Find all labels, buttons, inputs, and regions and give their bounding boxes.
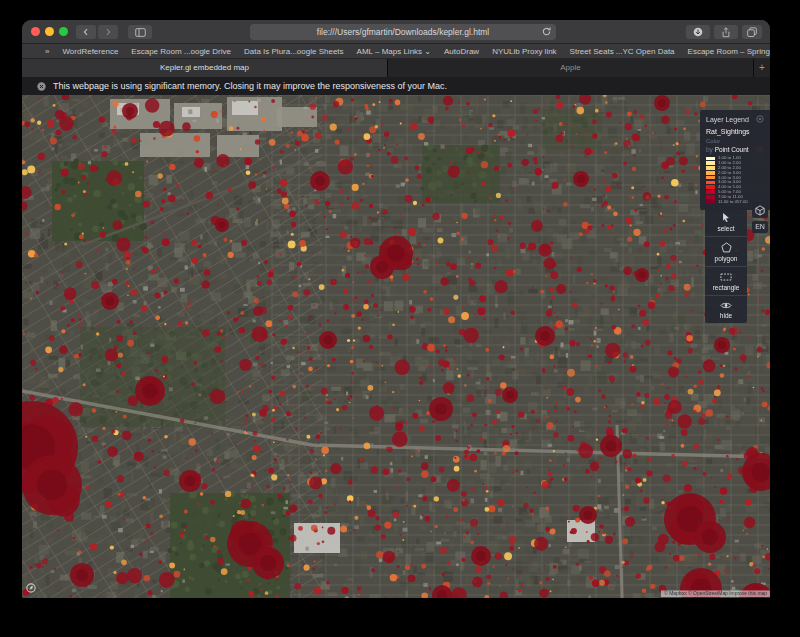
address-bar[interactable]: file:///Users/gfmartin/Downloads/kepler.…: [250, 24, 556, 40]
downloads-button[interactable]: [686, 25, 710, 39]
forward-button[interactable]: [98, 25, 118, 39]
tab-apple[interactable]: Apple: [388, 59, 754, 77]
draw-tools-panel: select polygon rectangle hide: [705, 207, 747, 323]
legend-range-label: 4.00 to 5.00: [718, 185, 741, 189]
eye-icon: [720, 301, 732, 310]
legend-title: Layer Legend: [706, 116, 749, 123]
bookmark-item[interactable]: Escape Room ...oogle Drive: [131, 47, 231, 56]
tabs-icon: [747, 27, 757, 37]
back-button[interactable]: [76, 25, 96, 39]
toggle-3d-button[interactable]: [752, 202, 768, 218]
memory-notification-bar: This webpage is using significant memory…: [22, 77, 770, 95]
legend-swatch: [706, 171, 715, 175]
locale-button[interactable]: EN: [752, 221, 768, 233]
mapbox-logo[interactable]: [26, 583, 36, 593]
legend-range-label: 11.00 to 457.00: [718, 199, 748, 203]
layer-legend-panel: Layer Legend Rat_Sightings Color by Poin…: [700, 110, 770, 210]
cube-icon: [755, 205, 765, 216]
legend-swatch: [706, 157, 715, 161]
legend-color-scale: 1.00 to 1.00 1.00 to 2.00 2.00 to 2.00: [706, 156, 764, 204]
url-text: file:///Users/gfmartin/Downloads/kepler.…: [317, 27, 489, 37]
close-window-button[interactable]: [31, 27, 40, 36]
dismiss-notification-icon[interactable]: [37, 82, 46, 91]
legend-field-row: by Point Count: [706, 146, 764, 153]
bookmark-item[interactable]: WordReference: [62, 47, 118, 56]
polygon-tool-button[interactable]: polygon: [705, 236, 747, 266]
legend-channel-label: Color: [706, 138, 764, 144]
bookmarks-overflow-button[interactable]: »: [45, 47, 49, 56]
legend-swatch: [706, 190, 715, 194]
bookmark-item[interactable]: Data Is Plura...oogle Sheets: [244, 47, 344, 56]
legend-field-name: Point Count: [715, 146, 749, 153]
reload-button[interactable]: [541, 26, 552, 37]
chevron-left-icon: [82, 28, 90, 36]
minimize-window-button[interactable]: [45, 27, 54, 36]
rectangle-icon: [720, 272, 732, 282]
download-icon: [693, 27, 703, 37]
legend-swatch: [706, 195, 715, 199]
bookmark-item[interactable]: AutoDraw: [444, 47, 479, 56]
legend-swatch: [706, 161, 715, 165]
bookmark-item[interactable]: NYULib Proxy link: [492, 47, 556, 56]
rectangle-tool-button[interactable]: rectangle: [705, 266, 747, 295]
tab-kepler[interactable]: Kepler.gl embedded map: [22, 59, 388, 77]
bookmark-item[interactable]: Street Seats ...YC Open Data: [570, 47, 675, 56]
legend-range-label: 1.00 to 2.00: [718, 161, 741, 165]
bookmark-item[interactable]: Escape Room – Spring 2020: [688, 47, 770, 56]
legend-swatch: [706, 166, 715, 170]
bookmark-item[interactable]: AML – Maps Links ⌄: [357, 47, 431, 56]
polygon-icon: [721, 242, 732, 253]
sidebar-icon: [135, 28, 146, 37]
sidebar-toggle-button[interactable]: [128, 25, 152, 39]
legend-swatch: [706, 181, 715, 185]
desktop: file:///Users/gfmartin/Downloads/kepler.…: [0, 0, 800, 637]
bookmarks-bar: » WordReferenceEscape Room ...oogle Driv…: [22, 44, 770, 59]
safari-window: file:///Users/gfmartin/Downloads/kepler.…: [22, 20, 770, 598]
share-button[interactable]: [714, 25, 738, 39]
reload-icon: [541, 26, 552, 37]
legend-swatch: [706, 200, 715, 204]
legend-range-label: 2.00 to 3.00: [718, 171, 741, 175]
new-tab-button[interactable]: +: [754, 59, 770, 77]
legend-settings-icon[interactable]: [756, 115, 764, 123]
browser-toolbar: file:///Users/gfmartin/Downloads/kepler.…: [22, 20, 770, 44]
legend-range-label: 7.00 to 11.00: [718, 195, 743, 199]
tab-bar: Kepler.gl embedded map Apple +: [22, 59, 770, 77]
select-tool-button[interactable]: select: [705, 207, 747, 236]
zoom-window-button[interactable]: [59, 27, 68, 36]
legend-swatch: [706, 176, 715, 180]
cursor-icon: [721, 212, 731, 223]
legend-range-label: 5.00 to 7.00: [718, 190, 741, 194]
tab-overview-button[interactable]: [742, 25, 762, 39]
satellite-map-canvas[interactable]: [22, 95, 770, 598]
map-viewport[interactable]: Layer Legend Rat_Sightings Color by Poin…: [22, 95, 770, 598]
legend-range-label: 2.00 to 2.00: [718, 166, 741, 170]
legend-swatch: [706, 185, 715, 189]
share-icon: [721, 27, 731, 38]
legend-layer-name: Rat_Sightings: [706, 128, 764, 135]
map-attribution[interactable]: © Mapbox © OpenStreetMap Improve this ma…: [661, 590, 770, 597]
hide-tool-button[interactable]: hide: [705, 295, 747, 323]
chevron-right-icon: [104, 28, 112, 36]
notification-text: This webpage is using significant memory…: [53, 81, 447, 91]
